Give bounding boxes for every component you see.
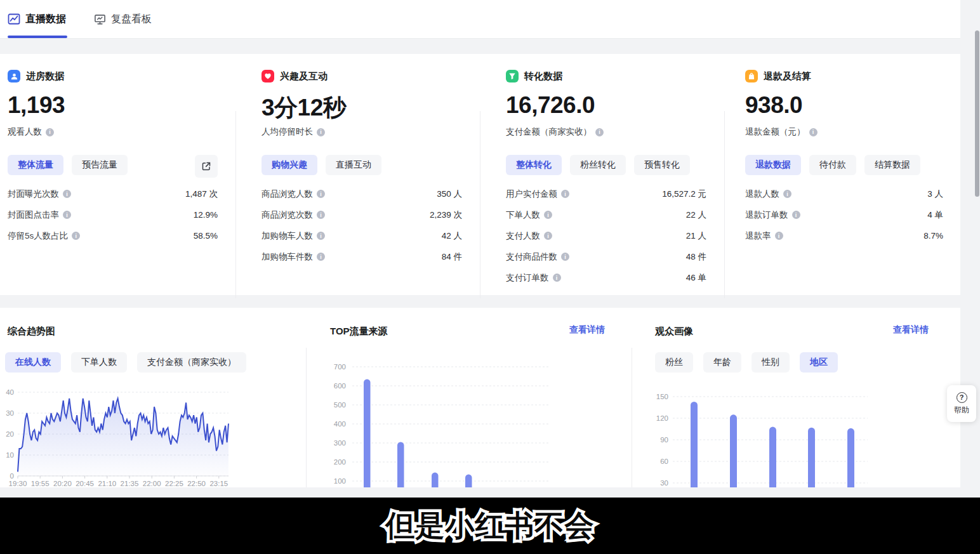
stat-label-text: 停留5s人数占比 xyxy=(8,230,68,242)
stat-value: 350 人 xyxy=(437,188,462,200)
info-icon[interactable]: i xyxy=(63,211,71,219)
card-tab[interactable]: 预告流量 xyxy=(72,155,128,175)
card-stat-rows: 封面曝光次数i1,487 次封面图点击率i12.9%停留5s人数占比i58.5% xyxy=(8,183,218,246)
trend-tab[interactable]: 在线人数 xyxy=(5,352,61,373)
stat-label: 支付人数i xyxy=(506,230,552,242)
card-tab[interactable]: 直播互动 xyxy=(326,155,381,175)
info-icon[interactable]: i xyxy=(317,232,325,240)
card-metric-label: 支付金额（商家实收）i xyxy=(506,126,604,138)
stat-label: 加购物车件数i xyxy=(262,251,325,263)
heart-icon xyxy=(262,70,274,82)
svg-text:300: 300 xyxy=(334,439,346,447)
card-title: 退款及结算 xyxy=(764,70,811,82)
stat-row: 加购物车件数i84 件 xyxy=(262,246,462,267)
stat-label-text: 封面曝光次数 xyxy=(8,188,59,200)
info-icon[interactable]: i xyxy=(544,211,552,219)
stat-label-text: 退款订单数 xyxy=(745,209,788,221)
stat-label: 下单人数i xyxy=(506,209,552,221)
trend-tab[interactable]: 支付金额（商家实收） xyxy=(137,352,246,373)
info-icon[interactable]: i xyxy=(561,253,569,261)
card-title: 进房数据 xyxy=(26,70,64,82)
stat-label: 封面曝光次数i xyxy=(8,188,71,200)
stat-label-text: 支付订单数 xyxy=(506,272,549,284)
card-stat-rows: 商品浏览人数i350 人商品浏览次数i2,239 次加购物车人数i42 人加购物… xyxy=(262,183,462,267)
traffic-detail-link[interactable]: 查看详情 xyxy=(569,324,605,336)
info-icon[interactable]: i xyxy=(63,190,71,198)
trend-tab[interactable]: 下单人数 xyxy=(71,352,127,373)
card-divider xyxy=(480,111,480,298)
stat-value: 16,527.2 元 xyxy=(662,188,706,200)
info-icon[interactable]: i xyxy=(783,190,791,198)
info-icon[interactable]: i xyxy=(544,232,552,240)
audience-tab[interactable]: 地区 xyxy=(800,352,838,373)
stat-label: 退款订单数i xyxy=(745,209,800,221)
stat-label: 加购物车人数i xyxy=(262,230,325,242)
card-tab[interactable]: 粉丝转化 xyxy=(570,155,626,175)
stat-label-text: 封面图点击率 xyxy=(8,209,59,221)
stat-value: 22 人 xyxy=(686,209,706,221)
info-icon[interactable]: i xyxy=(595,128,604,136)
card-tab[interactable]: 退款数据 xyxy=(745,155,801,175)
audience-tab[interactable]: 性别 xyxy=(752,352,790,373)
svg-text:0: 0 xyxy=(10,472,14,480)
card-tab[interactable]: 预售转化 xyxy=(634,155,690,175)
svg-text:120: 120 xyxy=(656,414,668,422)
card-tab[interactable]: 待付款 xyxy=(809,155,856,175)
tab-live-data[interactable]: 直播数据 xyxy=(8,0,66,38)
info-icon[interactable]: i xyxy=(317,253,325,261)
info-icon[interactable]: i xyxy=(317,128,325,136)
audience-detail-link[interactable]: 查看详情 xyxy=(893,324,929,336)
stat-value: 58.5% xyxy=(194,231,218,241)
card-metric-label: 人均停留时长i xyxy=(262,126,325,138)
card-tab[interactable]: 结算数据 xyxy=(864,155,920,175)
tab-review-board[interactable]: 复盘看板 xyxy=(94,0,152,38)
card-header: 兴趣及互动 xyxy=(262,70,328,82)
stat-value: 12.9% xyxy=(194,210,218,220)
stat-row: 商品浏览人数i350 人 xyxy=(262,183,462,204)
card-tab[interactable]: 整体流量 xyxy=(8,155,63,175)
svg-text:40: 40 xyxy=(6,388,14,396)
info-icon[interactable]: i xyxy=(792,211,800,219)
svg-text:600: 600 xyxy=(334,382,346,390)
stat-label: 封面图点击率i xyxy=(8,209,71,221)
tab-label: 复盘看板 xyxy=(111,13,152,26)
svg-text:23:15: 23:15 xyxy=(209,480,228,487)
info-icon[interactable]: i xyxy=(317,211,325,219)
svg-text:21:10: 21:10 xyxy=(98,480,116,487)
audience-tab[interactable]: 粉丝 xyxy=(655,352,693,373)
info-icon[interactable]: i xyxy=(775,232,783,240)
scrollbar-thumb[interactable] xyxy=(975,30,979,197)
card-header: 退款及结算 xyxy=(745,70,811,82)
stat-value: 21 人 xyxy=(686,230,706,242)
card-big-value: 16,726.0 xyxy=(506,92,595,119)
stat-value: 2,239 次 xyxy=(430,209,462,221)
stat-row: 退款人数i3 人 xyxy=(745,183,943,204)
svg-text:20:20: 20:20 xyxy=(53,480,72,487)
help-button[interactable]: ? 帮助 xyxy=(947,385,976,422)
info-icon[interactable]: i xyxy=(46,128,54,136)
info-icon[interactable]: i xyxy=(317,190,325,198)
svg-text:22:50: 22:50 xyxy=(187,480,206,487)
stat-label: 停留5s人数占比i xyxy=(8,230,80,242)
audience-tab[interactable]: 年龄 xyxy=(703,352,741,373)
open-external-button[interactable] xyxy=(195,155,218,178)
audience-tabs: 粉丝年龄性别地区 xyxy=(655,352,838,373)
stat-label: 用户实付金额i xyxy=(506,188,569,200)
stat-row: 封面曝光次数i1,487 次 xyxy=(8,183,218,204)
card-tab[interactable]: 购物兴趣 xyxy=(262,155,317,175)
card-tab[interactable]: 整体转化 xyxy=(506,155,562,175)
stat-card: 退款及结算938.0退款金额（元）i退款数据待付款结算数据退款人数i3 人退款订… xyxy=(728,54,960,295)
svg-text:60: 60 xyxy=(660,458,668,465)
info-icon[interactable]: i xyxy=(72,232,80,240)
info-icon[interactable]: i xyxy=(553,274,561,282)
stat-row: 支付人数i21 人 xyxy=(506,225,706,246)
info-icon[interactable]: i xyxy=(561,190,569,198)
svg-text:500: 500 xyxy=(334,401,346,409)
stat-label: 商品浏览次数i xyxy=(262,209,325,221)
info-icon[interactable]: i xyxy=(809,128,818,136)
card-stat-rows: 退款人数i3 人退款订单数i4 单退款率i8.7% xyxy=(745,183,943,246)
stat-label-text: 加购物车人数 xyxy=(262,230,313,242)
funnel-icon xyxy=(506,70,519,82)
svg-text:90: 90 xyxy=(660,436,668,444)
card-tab-pills: 整体流量预告流量 xyxy=(8,155,128,175)
